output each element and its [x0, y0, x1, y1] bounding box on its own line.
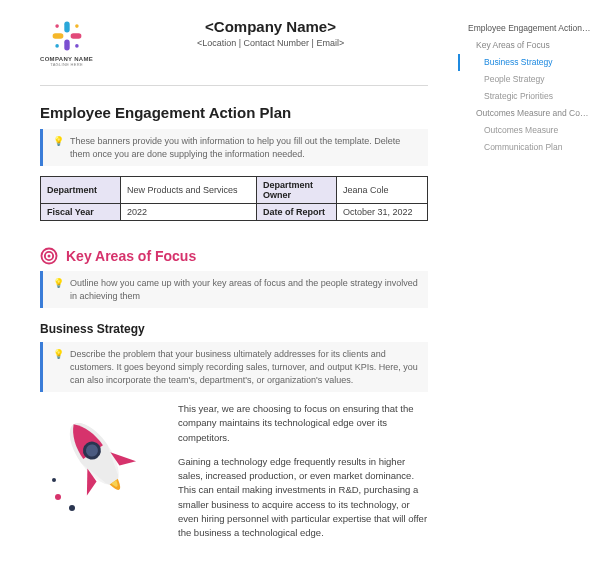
document-main: COMPANY NAME TAGLINE HERE <Company Name>…	[0, 0, 458, 578]
outline-item[interactable]: Outcomes Measure	[458, 122, 592, 139]
svg-rect-1	[64, 40, 69, 51]
info-banner-focus[interactable]: 💡 Outline how you came up with your key …	[40, 271, 428, 308]
document-header: COMPANY NAME TAGLINE HERE <Company Name>…	[40, 18, 428, 79]
outline-item[interactable]: People Strategy	[458, 71, 592, 88]
paragraph: This year, we are choosing to focus on e…	[178, 402, 428, 445]
svg-point-6	[55, 44, 59, 48]
bulb-icon: 💡	[53, 277, 64, 302]
rocket-illustration	[40, 402, 160, 550]
body-row: This year, we are choosing to focus on e…	[40, 402, 428, 550]
body-text[interactable]: This year, we are choosing to focus on e…	[178, 402, 428, 550]
document-outline: Employee Engagement Action PlanKey Areas…	[458, 0, 600, 578]
svg-rect-2	[52, 33, 63, 38]
cell-owner-label: Department Owner	[257, 177, 337, 204]
section-heading-key-areas: Key Areas of Focus	[40, 247, 428, 265]
outline-item[interactable]: Key Areas of Focus	[458, 37, 592, 54]
logo-tagline: TAGLINE HERE	[50, 62, 83, 67]
paragraph: Gaining a technology edge frequently res…	[178, 455, 428, 541]
cell-owner-value[interactable]: Jeana Cole	[337, 177, 428, 204]
svg-point-4	[55, 24, 59, 28]
section-title: Key Areas of Focus	[66, 248, 196, 264]
cell-dept-value[interactable]: New Products and Services	[121, 177, 257, 204]
banner-text: Describe the problem that your business …	[70, 348, 418, 386]
banner-text: Outline how you came up with your key ar…	[70, 277, 418, 302]
svg-rect-0	[64, 22, 69, 33]
outline-item[interactable]: Business Strategy	[458, 54, 592, 71]
cell-fy-label: Fiscal Year	[41, 204, 121, 221]
company-logo: COMPANY NAME TAGLINE HERE	[40, 18, 93, 67]
outline-item[interactable]: Strategic Priorities	[458, 88, 592, 105]
header-divider	[40, 85, 428, 86]
bulb-icon: 💡	[53, 135, 64, 160]
bulb-icon: 💡	[53, 348, 64, 386]
rocket-icon	[40, 402, 160, 522]
info-banner-intro[interactable]: 💡 These banners provide you with informa…	[40, 129, 428, 166]
svg-point-16	[52, 478, 56, 482]
info-table: Department New Products and Services Dep…	[40, 176, 428, 221]
subheading-business-strategy: Business Strategy	[40, 322, 428, 336]
banner-text: These banners provide you with informati…	[70, 135, 418, 160]
cell-date-value[interactable]: October 31, 2022	[337, 204, 428, 221]
table-row: Fiscal Year 2022 Date of Report October …	[41, 204, 428, 221]
company-name-placeholder[interactable]: <Company Name>	[113, 18, 428, 35]
outline-item[interactable]: Employee Engagement Action Plan	[458, 20, 592, 37]
cell-dept-label: Department	[41, 177, 121, 204]
logo-icon	[49, 18, 85, 54]
info-banner-strategy[interactable]: 💡 Describe the problem that your busines…	[40, 342, 428, 392]
outline-item[interactable]: Outcomes Measure and Communicat...	[458, 105, 592, 122]
table-row: Department New Products and Services Dep…	[41, 177, 428, 204]
svg-point-14	[55, 494, 61, 500]
target-icon	[40, 247, 58, 265]
cell-date-label: Date of Report	[257, 204, 337, 221]
page-title: Employee Engagement Action Plan	[40, 104, 428, 121]
svg-point-10	[48, 255, 51, 258]
svg-point-7	[75, 44, 79, 48]
svg-rect-3	[70, 33, 81, 38]
outline-item[interactable]: Communication Plan	[458, 139, 592, 156]
company-contact-placeholder[interactable]: <Location | Contact Number | Email>	[113, 38, 428, 48]
svg-point-15	[69, 505, 75, 511]
cell-fy-value[interactable]: 2022	[121, 204, 257, 221]
svg-point-5	[75, 24, 79, 28]
